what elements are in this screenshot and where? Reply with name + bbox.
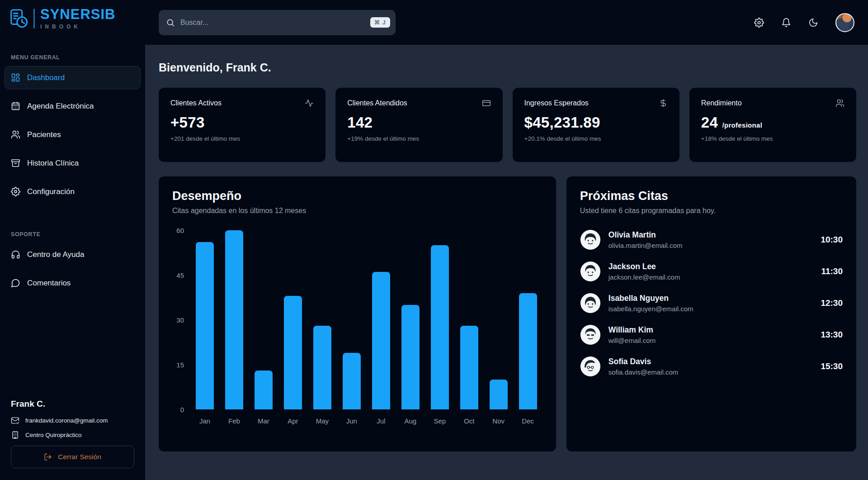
appointment-time: 11:30 — [821, 266, 843, 276]
topbar-actions — [754, 13, 854, 32]
chart-bar — [401, 305, 420, 409]
sidebar-item-pacientes[interactable]: Pacientes — [5, 123, 141, 146]
main-menu: Dashboard Agenda Electrónica Pacientes H… — [0, 66, 145, 203]
appointment-row: Sofia Davis sofia.davis@email.com 15:30 — [580, 356, 843, 377]
users-icon — [835, 99, 844, 108]
archive-icon — [11, 158, 20, 168]
avatar — [580, 229, 601, 250]
x-tick-label: Feb — [228, 417, 240, 425]
stat-subtext: +20.1% desde el último mes — [524, 135, 668, 142]
user-avatar[interactable] — [835, 13, 854, 32]
sidebar: SYNERSIB INBOOK MENU GENERAL Dashboard A… — [0, 0, 145, 480]
brand-logo: SYNERSIB INBOOK — [0, 0, 145, 34]
chart-bar — [313, 326, 331, 409]
x-tick-label: Aug — [404, 417, 416, 425]
logout-button[interactable]: Cerrar Sesión — [11, 446, 134, 468]
x-tick-label: Mar — [258, 417, 269, 425]
performance-chart-panel: Desempeño Citas agendadas en los últimos… — [159, 176, 556, 451]
dollar-icon — [659, 99, 668, 108]
chart-subtitle: Citas agendadas en los últimos 12 meses — [172, 207, 542, 215]
chart-bar — [519, 293, 537, 409]
credit-card-icon — [482, 99, 491, 108]
dashboard-panels: Desempeño Citas agendadas en los últimos… — [159, 176, 856, 451]
sidebar-item-configuracion[interactable]: Configuración — [5, 180, 141, 203]
sidebar-item-label: Historia Clínica — [27, 159, 79, 168]
calendar-icon — [11, 101, 20, 111]
stat-value: 24 /profesional — [701, 114, 844, 131]
logo-divider — [33, 9, 35, 29]
sidebar-item-label: Configuración — [27, 187, 75, 196]
logout-label: Cerrar Sesión — [58, 453, 101, 461]
support-section-label: SOPORTE — [11, 231, 145, 238]
bell-icon — [781, 18, 791, 28]
appointment-name: Sofia Davis — [609, 357, 678, 366]
chart-column: Sep — [431, 230, 449, 425]
stat-value-suffix: /profesional — [722, 121, 763, 129]
sidebar-item-dashboard[interactable]: Dashboard — [5, 66, 141, 89]
stat-card-clientes-activos: Clientes Activos +573 +201 desde el últi… — [159, 88, 326, 162]
settings-button[interactable] — [754, 18, 764, 28]
stat-card-ingresos-esperados: Ingresos Esperados $45,231.89 +20.1% des… — [513, 88, 679, 162]
chart-column: Jun — [343, 230, 361, 425]
appointment-email: olivia.martin@email.com — [609, 242, 683, 249]
user-name: Frank C. — [11, 399, 134, 409]
stat-subtext: +201 desde el último mes — [170, 135, 314, 142]
bar-chart: 015304560 JanFebMarAprMayJunJulAugSepOct… — [172, 230, 542, 425]
appointments-list: Olivia Martin olivia.martin@email.com 10… — [580, 229, 843, 377]
y-tick-label: 60 — [176, 227, 184, 234]
chart-column: Nov — [490, 230, 508, 425]
x-tick-label: Jul — [377, 417, 385, 425]
comment-icon — [11, 278, 20, 288]
appointment-row: Isabella Nguyen isabella.nguyen@email.co… — [580, 293, 843, 314]
notifications-button[interactable] — [781, 18, 791, 28]
users-icon — [11, 130, 20, 139]
chart-bar — [196, 242, 214, 409]
x-tick-label: Jun — [346, 417, 357, 425]
sidebar-item-agenda[interactable]: Agenda Electrónica — [5, 95, 141, 118]
brand-subtitle: INBOOK — [40, 24, 115, 30]
building-icon — [11, 431, 19, 439]
sidebar-item-centro-de-ayuda[interactable]: Centro de Ayuda — [5, 243, 141, 266]
x-tick-label: Jan — [199, 417, 210, 425]
menu-section-label: MENU GENERAL — [11, 54, 145, 61]
search-input[interactable] — [180, 19, 388, 27]
brand-name: SYNERSIB — [40, 7, 115, 21]
dark-mode-toggle[interactable] — [808, 18, 818, 28]
appointment-time: 15:30 — [821, 361, 843, 371]
chart-bar — [284, 296, 302, 409]
sidebar-item-label: Centro de Ayuda — [27, 250, 84, 259]
avatar — [580, 293, 601, 314]
chart-bar — [431, 245, 449, 409]
x-tick-label: Apr — [288, 417, 298, 425]
logout-icon — [44, 453, 52, 461]
sidebar-user-block: Frank C. frankdavid.corona@gmail.com Cen… — [0, 399, 145, 480]
search-shortcut-badge: ⌘ J — [370, 17, 390, 28]
chart-title: Desempeño — [172, 189, 542, 203]
main-content: Bienvenido, Frank C. Clientes Activos +5… — [145, 45, 868, 480]
chart-bar — [460, 326, 478, 409]
x-tick-label: Nov — [492, 417, 505, 425]
chart-bar — [490, 380, 508, 409]
support-menu: Centro de Ayuda Comentarios — [0, 243, 145, 295]
headphones-icon — [11, 250, 20, 259]
x-tick-label: Dec — [522, 417, 534, 425]
chart-bars: JanFebMarAprMayJunJulAugSepOctNovDec — [189, 230, 542, 425]
search-box: ⌘ J — [159, 10, 396, 35]
avatar — [580, 261, 601, 282]
sidebar-item-historia[interactable]: Historia Clínica — [5, 152, 141, 175]
sidebar-item-comentarios[interactable]: Comentarios — [5, 271, 141, 295]
stat-subtext: +19% desde el último mes — [347, 135, 491, 142]
user-email: frankdavid.corona@gmail.com — [25, 417, 108, 424]
appointment-row: Jackson Lee jackson.lee@email.com 11:30 — [580, 261, 843, 282]
stat-card-clientes-atendidos: Clientes Atendidos 142 +19% desde el últ… — [335, 88, 502, 162]
y-tick-label: 15 — [176, 361, 184, 369]
gear-icon — [11, 187, 20, 196]
user-email-row: frankdavid.corona@gmail.com — [11, 416, 134, 425]
chart-y-axis: 015304560 — [172, 230, 189, 425]
appointment-time: 12:30 — [821, 298, 843, 308]
user-organization: Centro Quiropráctico — [25, 432, 82, 438]
chart-column: Mar — [255, 230, 273, 425]
appointments-subtitle: Usted tiene 6 citas programadas para hoy… — [580, 207, 843, 215]
y-tick-label: 0 — [180, 406, 184, 413]
x-tick-label: May — [316, 417, 329, 425]
